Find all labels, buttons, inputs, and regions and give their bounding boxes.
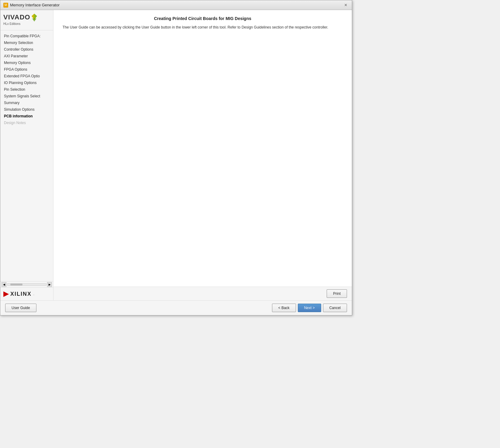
nav-buttons: < Back Next > Cancel bbox=[272, 304, 347, 312]
close-button[interactable]: × bbox=[343, 2, 349, 8]
scroll-left-arrow[interactable]: ◀ bbox=[2, 282, 6, 287]
user-guide-button[interactable]: User Guide bbox=[5, 304, 36, 312]
vivado-logo: VIVADO HLx Editions bbox=[3, 13, 50, 25]
sidebar-item-fpga-options[interactable]: FPGA Options bbox=[0, 66, 53, 73]
vivado-leaf-icon bbox=[31, 13, 38, 22]
xilinx-icon: ▶ bbox=[3, 290, 9, 298]
sidebar-scrollbar[interactable]: ◀ ▶ bbox=[0, 281, 53, 287]
window-body: VIVADO HLx Editions Pin Compatible FPGA:… bbox=[0, 10, 352, 300]
scroll-track[interactable] bbox=[7, 283, 46, 286]
print-button[interactable]: Print bbox=[327, 289, 347, 298]
vivado-subtitle: HLx Editions bbox=[3, 22, 20, 25]
sidebar-item-memory-options[interactable]: Memory Options bbox=[0, 59, 53, 66]
sidebar-item-memory-selection[interactable]: Memory Selection bbox=[0, 39, 53, 46]
bottom-bar: User Guide < Back Next > Cancel bbox=[0, 300, 352, 315]
cancel-button[interactable]: Cancel bbox=[323, 304, 347, 312]
vivado-logo-area: VIVADO HLx Editions bbox=[0, 10, 53, 30]
svg-marker-2 bbox=[32, 19, 36, 22]
xilinx-dot: . bbox=[33, 292, 34, 296]
title-bar: M Memory Interface Generator × bbox=[0, 0, 352, 10]
main-window: M Memory Interface Generator × VIVADO bbox=[0, 0, 352, 315]
sidebar-item-io-planning-options[interactable]: IO Planning Options bbox=[0, 79, 53, 86]
sidebar: VIVADO HLx Editions Pin Compatible FPGA:… bbox=[0, 10, 53, 300]
app-icon: M bbox=[3, 3, 8, 8]
sidebar-item-system-signals-select[interactable]: System Signals Select bbox=[0, 93, 53, 99]
nav-items: Pin Compatible FPGA: Memory Selection Co… bbox=[0, 30, 53, 281]
sidebar-item-design-notes: Design Notes bbox=[0, 120, 53, 126]
vivado-text: VIVADO bbox=[3, 14, 30, 21]
xilinx-logo-area: ▶ XILINX . bbox=[0, 287, 53, 300]
content-title: Creating Printed Circuit Boards for MIG … bbox=[63, 16, 343, 21]
back-button[interactable]: < Back bbox=[272, 304, 296, 312]
sidebar-item-pin-compatible-fpga[interactable]: Pin Compatible FPGA: bbox=[0, 33, 53, 39]
sidebar-item-axi-parameter[interactable]: AXI Parameter bbox=[0, 53, 53, 59]
scroll-right-arrow[interactable]: ▶ bbox=[47, 282, 52, 287]
content-area: Creating Printed Circuit Boards for MIG … bbox=[53, 10, 352, 287]
title-bar-left: M Memory Interface Generator bbox=[3, 3, 60, 8]
next-button[interactable]: Next > bbox=[298, 304, 321, 312]
window-title: Memory Interface Generator bbox=[10, 3, 60, 7]
sidebar-item-extended-fpga-options[interactable]: Extended FPGA Optio bbox=[0, 73, 53, 79]
sidebar-item-simulation-options[interactable]: Simulation Options bbox=[0, 106, 53, 113]
sidebar-item-pin-selection[interactable]: Pin Selection bbox=[0, 86, 53, 93]
print-area: Print bbox=[53, 287, 352, 300]
main-content: Creating Printed Circuit Boards for MIG … bbox=[53, 10, 352, 300]
content-description: The User Guide can be accessed by clicki… bbox=[63, 25, 343, 30]
sidebar-item-pcb-information[interactable]: PCB information bbox=[0, 113, 53, 120]
xilinx-text: XILINX bbox=[10, 291, 32, 297]
sidebar-item-controller-options[interactable]: Controller Options bbox=[0, 46, 53, 53]
scroll-thumb[interactable] bbox=[10, 284, 22, 285]
sidebar-item-summary[interactable]: Summary bbox=[0, 99, 53, 106]
